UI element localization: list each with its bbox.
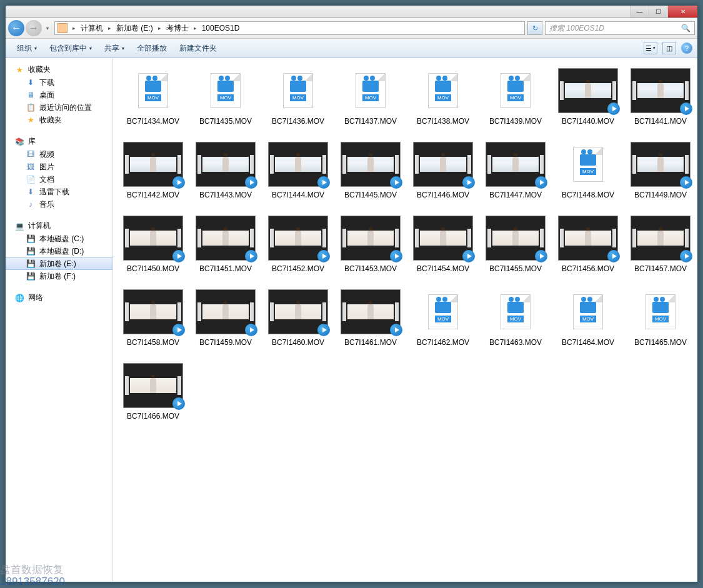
file-item[interactable]: BC7I1442.MOV [118, 139, 188, 202]
file-item[interactable]: BC7I1449.MOV [626, 139, 696, 202]
sidebar-computer[interactable]: 💻计算机 [6, 219, 112, 232]
music-icon: ♪ [26, 199, 36, 209]
sidebar-drive-c[interactable]: 💾本地磁盘 (C:) [6, 232, 112, 245]
sidebar-desktop[interactable]: 🖥桌面 [6, 89, 112, 101]
file-item[interactable]: BC7I1453.MOV [336, 213, 406, 276]
file-item[interactable]: BC7I1444.MOV [263, 139, 333, 202]
sidebar-downloads[interactable]: ⬇下载 [6, 76, 112, 89]
file-name: BC7I1451.MOV [199, 264, 252, 273]
file-item[interactable]: BC7I1446.MOV [408, 139, 478, 202]
chevron-right-icon[interactable]: ▸ [191, 25, 199, 31]
file-item[interactable]: BC7I1459.MOV [191, 287, 261, 349]
sidebar-favorites-item[interactable]: ★收藏夹 [6, 114, 112, 126]
file-item[interactable]: MOV BC7I1434.MOV [118, 66, 188, 128]
file-item[interactable]: BC7I1440.MOV [553, 66, 623, 128]
file-item[interactable]: BC7I1454.MOV [408, 213, 478, 276]
sidebar-drive-f[interactable]: 💾新加卷 (F:) [6, 270, 112, 282]
file-item[interactable]: BC7I1455.MOV [481, 213, 551, 276]
share-menu[interactable]: 共享▾ [98, 41, 131, 56]
address-bar[interactable]: ▸ 计算机 ▸ 新加卷 (E:) ▸ 考博士 ▸ 100EOS1D [54, 21, 525, 35]
sidebar-videos[interactable]: 🎞视频 [6, 148, 112, 161]
file-name: BC7I1448.MOV [562, 191, 614, 199]
breadcrumb-computer[interactable]: 计算机 [78, 22, 106, 34]
search-input[interactable]: 搜索 100EOS1D 🔍 [545, 21, 695, 35]
file-item[interactable]: MOV BC7I1439.MOV [481, 66, 551, 128]
title-bar: — ☐ ✕ [6, 6, 697, 18]
close-button[interactable]: ✕ [667, 6, 697, 17]
sidebar-libraries[interactable]: 📚库 [6, 135, 112, 148]
sidebar-music[interactable]: ♪音乐 [6, 198, 112, 211]
history-dropdown[interactable]: ▾ [43, 20, 52, 36]
file-item[interactable]: BC7I1457.MOV [626, 213, 696, 276]
file-item[interactable]: BC7I1460.MOV [263, 287, 333, 349]
file-item[interactable]: BC7I1451.MOV [191, 213, 261, 276]
chevron-right-icon[interactable]: ▸ [70, 25, 78, 31]
help-button[interactable]: ? [681, 42, 692, 54]
mov-file-icon: MOV [341, 68, 401, 113]
sidebar-network[interactable]: 🌐网络 [6, 291, 112, 304]
file-name: BC7I1458.MOV [127, 338, 179, 347]
sidebar-documents[interactable]: 📄文档 [6, 173, 112, 186]
maximize-button[interactable]: ☐ [649, 6, 667, 17]
file-item[interactable]: MOV BC7I1463.MOV [481, 287, 551, 349]
video-thumbnail [341, 216, 401, 261]
file-name: BC7I1461.MOV [344, 338, 397, 347]
file-item[interactable]: BC7I1450.MOV [118, 213, 188, 276]
file-item[interactable]: BC7I1461.MOV [336, 287, 406, 349]
file-item[interactable]: MOV BC7I1465.MOV [626, 287, 696, 349]
file-name: BC7I1456.MOV [562, 264, 614, 273]
refresh-button[interactable]: ↻ [527, 21, 542, 35]
breadcrumb-drive[interactable]: 新加卷 (E:) [114, 22, 156, 34]
video-thumbnail [196, 142, 256, 187]
file-item[interactable]: MOV BC7I1437.MOV [336, 66, 406, 128]
video-thumbnail [486, 142, 546, 187]
video-thumbnail [123, 363, 183, 408]
organize-menu[interactable]: 组织▾ [11, 41, 43, 56]
play-overlay-icon [245, 250, 257, 262]
new-folder-button[interactable]: 新建文件夹 [173, 41, 223, 56]
mov-file-icon: MOV [486, 68, 546, 113]
file-item[interactable]: BC7I1466.MOV [118, 361, 188, 423]
file-item[interactable]: BC7I1443.MOV [191, 139, 261, 202]
file-list[interactable]: MOV BC7I1434.MOV MOV BC7I1435.MOV MOV BC… [113, 58, 697, 582]
disk-icon: 💾 [26, 271, 36, 281]
video-thumbnail [196, 289, 256, 334]
file-name: BC7I1464.MOV [562, 338, 614, 347]
chevron-right-icon[interactable]: ▸ [156, 25, 164, 31]
sidebar-drive-d[interactable]: 💾本地磁盘 (D:) [6, 245, 112, 257]
sidebar-favorites[interactable]: ★收藏夹 [6, 63, 112, 76]
breadcrumb-folder2[interactable]: 100EOS1D [199, 22, 242, 34]
file-item[interactable]: MOV BC7I1464.MOV [553, 287, 623, 349]
file-name: BC7I1434.MOV [127, 117, 179, 126]
file-item[interactable]: BC7I1458.MOV [118, 287, 188, 349]
file-item[interactable]: MOV BC7I1448.MOV [553, 139, 623, 202]
file-item[interactable]: MOV BC7I1435.MOV [191, 66, 261, 128]
sidebar-pictures[interactable]: 🖼图片 [6, 161, 112, 173]
file-item[interactable]: BC7I1452.MOV [263, 213, 333, 276]
video-thumbnail [123, 216, 183, 261]
file-item[interactable]: MOV BC7I1438.MOV [408, 66, 478, 128]
file-item[interactable]: BC7I1456.MOV [553, 213, 623, 276]
preview-pane-button[interactable]: ◫ [662, 42, 676, 54]
play-overlay-icon [317, 324, 330, 336]
sidebar-drive-e[interactable]: 💾新加卷 (E:) [6, 257, 112, 270]
sidebar-recent[interactable]: 📋最近访问的位置 [6, 101, 112, 114]
include-in-library-menu[interactable]: 包含到库中▾ [43, 41, 98, 56]
minimize-button[interactable]: — [630, 6, 649, 17]
breadcrumb-folder1[interactable]: 考博士 [164, 22, 191, 34]
play-all-button[interactable]: 全部播放 [131, 41, 173, 56]
file-item[interactable]: BC7I1447.MOV [481, 139, 551, 202]
back-button[interactable]: ← [8, 20, 24, 36]
mov-file-icon: MOV [413, 68, 473, 113]
file-name: BC7I1453.MOV [344, 264, 397, 273]
sidebar-thunder[interactable]: ⬇迅雷下载 [6, 186, 112, 198]
file-item[interactable]: MOV BC7I1462.MOV [408, 287, 478, 349]
view-options-button[interactable]: ☰ ▾ [644, 42, 657, 54]
forward-button[interactable]: → [26, 20, 42, 36]
nav-bar: ← → ▾ ▸ 计算机 ▸ 新加卷 (E:) ▸ 考博士 ▸ 100EOS1D … [6, 18, 697, 39]
play-overlay-icon [680, 102, 692, 115]
file-item[interactable]: BC7I1441.MOV [626, 66, 696, 128]
chevron-right-icon[interactable]: ▸ [106, 25, 114, 31]
file-item[interactable]: BC7I1445.MOV [336, 139, 406, 202]
file-item[interactable]: MOV BC7I1436.MOV [263, 66, 333, 128]
